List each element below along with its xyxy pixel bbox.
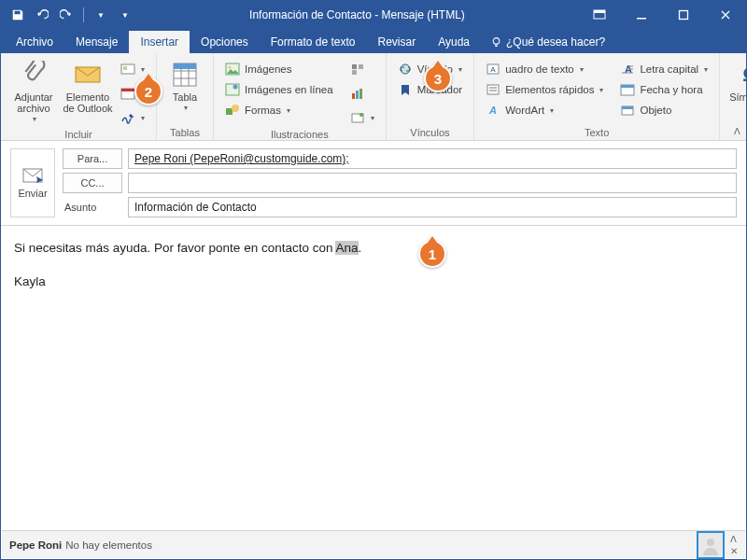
svg-rect-35 [621, 85, 634, 88]
svg-rect-7 [123, 66, 127, 70]
screenshot-icon [350, 110, 365, 125]
svg-rect-23 [359, 89, 362, 99]
contact-avatar[interactable] [697, 531, 725, 559]
icons-button[interactable] [346, 60, 378, 78]
callout-badge-2: 2 [134, 77, 162, 105]
link-icon [398, 62, 413, 77]
redo-icon[interactable] [55, 4, 78, 26]
compose-header: Enviar Para... Pepe Roni (PepeRoni@custo… [1, 141, 746, 226]
chart-button[interactable] [346, 84, 378, 103]
tell-me-search[interactable]: ¿Qué desea hacer? [481, 31, 614, 53]
cc-button[interactable]: CC... [63, 173, 122, 193]
shapes-button[interactable]: Formas▾ [221, 101, 337, 119]
save-icon[interactable] [7, 4, 29, 26]
textbox-button[interactable]: Auadro de texto▾ [482, 60, 607, 78]
envelope-icon [73, 60, 103, 90]
tab-formato[interactable]: Formato de texto [260, 31, 367, 53]
group-label-texto: Texto [482, 125, 712, 138]
collapse-ribbon-icon[interactable]: ᐱ [734, 126, 740, 136]
outlook-item-button[interactable]: Elemento de Outlook [63, 56, 113, 114]
svg-point-39 [707, 539, 714, 546]
quick-access-toolbar: ▼ ▼ [1, 4, 136, 26]
ribbon-tabs: Archivo Mensaje Insertar Opciones Format… [1, 29, 746, 53]
maximize-button[interactable] [662, 1, 704, 29]
table-icon [170, 60, 200, 90]
group-label-incluir: Incluir [8, 127, 148, 140]
svg-rect-1 [594, 10, 605, 13]
tab-opciones[interactable]: Opciones [190, 31, 260, 53]
card-icon [120, 62, 135, 77]
signature-button[interactable]: ▾ [117, 108, 148, 127]
svg-point-4 [493, 37, 500, 44]
datetime-icon [620, 82, 635, 97]
peek-up-icon[interactable]: ᐱ [730, 534, 738, 544]
ribbon-options-icon[interactable] [578, 1, 620, 29]
chart-icon [350, 86, 365, 101]
online-picture-icon [225, 82, 240, 97]
date-time-button[interactable]: Fecha y hora [616, 80, 712, 99]
message-body[interactable]: Si necesitas más ayuda. Por favor ponte … [1, 226, 746, 502]
svg-rect-30 [489, 87, 497, 89]
bookmark-icon [398, 82, 413, 97]
svg-rect-19 [359, 64, 363, 69]
group-incluir: Adjuntar archivo▾ Elemento de Outlook ▾ … [1, 53, 157, 140]
minimize-button[interactable] [620, 1, 662, 29]
tab-insertar[interactable]: Insertar [129, 31, 190, 53]
svg-point-15 [233, 85, 238, 90]
svg-rect-16 [226, 108, 233, 115]
send-icon [21, 167, 44, 184]
screenshot-button[interactable]: ▾ [346, 108, 378, 127]
group-tablas: Tabla▾ Tablas [157, 53, 214, 140]
qat-dropdown-1[interactable]: ▼ [90, 4, 112, 26]
tell-me-label: ¿Qué desea hacer? [506, 35, 605, 49]
paperclip-icon [19, 60, 49, 90]
svg-rect-18 [352, 64, 357, 69]
drop-cap-button[interactable]: ALetra capital▾ [616, 60, 712, 78]
group-label-vinculos: Vínculos [394, 125, 467, 138]
wordart-icon: A [486, 103, 500, 118]
tab-mensaje[interactable]: Mensaje [64, 31, 129, 53]
online-pictures-button[interactable]: Imágenes en línea [221, 80, 337, 99]
svg-point-17 [232, 105, 239, 112]
quick-parts-button[interactable]: Elementos rápidos▾ [482, 80, 607, 99]
lightbulb-icon [490, 36, 502, 49]
group-texto: Auadro de texto▾ Elementos rápidos▾ AWor… [474, 53, 720, 140]
tab-ayuda[interactable]: Ayuda [427, 31, 481, 53]
symbols-button[interactable]: Ω Símbolos▾ [727, 56, 747, 113]
status-message: No hay elementos [65, 539, 152, 551]
qat-dropdown-2[interactable]: ▼ [114, 4, 136, 26]
svg-rect-3 [679, 11, 687, 20]
window-title: Información de Contacto - Mensaje (HTML) [136, 8, 578, 21]
title-bar: ▼ ▼ Información de Contacto - Mensaje (H… [1, 1, 746, 29]
tab-revisar[interactable]: Revisar [366, 31, 427, 53]
object-icon [620, 103, 635, 118]
svg-rect-2 [637, 18, 646, 20]
to-button[interactable]: Para... [63, 148, 122, 169]
table-button[interactable]: Tabla▾ [164, 56, 205, 113]
subject-label: Asunto [63, 202, 122, 213]
wordart-button[interactable]: AWordArt▾ [482, 101, 607, 119]
pictures-button[interactable]: Imágenes [221, 60, 337, 78]
attach-file-button[interactable]: Adjuntar archivo▾ [8, 56, 59, 124]
svg-point-26 [401, 64, 410, 74]
body-line-1: Si necesitas más ayuda. Por favor ponte … [14, 239, 733, 258]
send-button[interactable]: Enviar [10, 148, 55, 217]
tab-archivo[interactable]: Archivo [5, 31, 64, 53]
close-button[interactable] [704, 1, 746, 29]
undo-icon[interactable] [31, 4, 53, 26]
ribbon: Adjuntar archivo▾ Elemento de Outlook ▾ … [1, 53, 746, 141]
group-label-tablas: Tablas [164, 125, 205, 138]
svg-point-13 [229, 66, 232, 69]
subject-field[interactable]: Información de Contacto [128, 197, 737, 217]
peek-close-icon[interactable]: ✕ [730, 546, 738, 556]
status-name: Pepe Roni [9, 539, 62, 551]
cc-field[interactable] [128, 173, 737, 193]
callout-badge-1: 1 [418, 240, 446, 268]
window-controls [578, 1, 746, 29]
to-field[interactable]: Pepe Roni (PepeRoni@customguide.com); [128, 148, 737, 169]
svg-rect-11 [174, 63, 196, 69]
omega-icon: Ω [736, 60, 747, 90]
object-button[interactable]: Objeto [616, 101, 712, 119]
svg-rect-21 [352, 93, 355, 99]
svg-rect-9 [121, 89, 134, 91]
